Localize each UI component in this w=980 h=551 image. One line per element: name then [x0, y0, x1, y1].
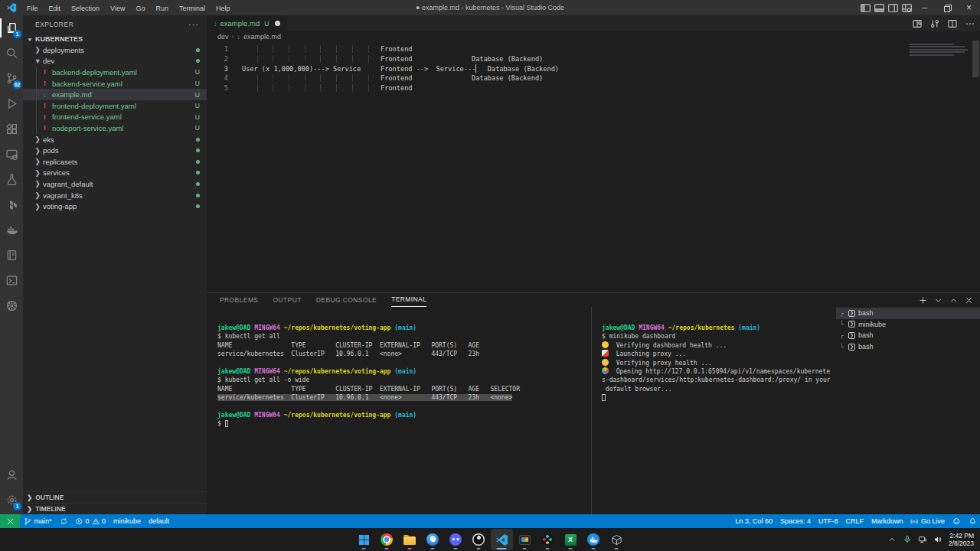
menu-view[interactable]: View [105, 5, 130, 12]
status-sync[interactable] [56, 514, 72, 528]
terminal-tab-bash[interactable]: ┌❯bash [836, 330, 980, 341]
tree-item-dev[interactable]: ▼dev [23, 56, 207, 67]
editor-scrollbar[interactable] [972, 41, 979, 77]
layout-customize-icon[interactable] [900, 0, 913, 15]
tree-item-voting-app[interactable]: ❯voting-app [23, 201, 207, 212]
tree-item-backend-service-yaml[interactable]: !backend-service.yamlU [23, 78, 207, 90]
activity-explorer-icon[interactable]: 1 [0, 15, 23, 41]
status-git-branch[interactable]: main* [20, 514, 56, 528]
split-editor-icon[interactable] [947, 18, 958, 29]
status-cursor-position[interactable]: Ln 3, Col 60 [731, 514, 776, 528]
taskbar-obs-studio-icon[interactable] [468, 529, 490, 550]
tray-chevron-up-icon[interactable] [887, 535, 897, 544]
terminal-pane-right[interactable]: jakew@DAD MINGW64 ~/repos/kubernetes (ma… [591, 307, 836, 514]
tree-item-nodeport-service-yaml[interactable]: !nodeport-service.yamlU [23, 122, 207, 134]
taskbar-3d-viewer-icon[interactable] [606, 529, 628, 550]
tree-item-backend-deployment-yaml[interactable]: !backend-deployment.yamlU [23, 67, 207, 78]
tray-volume-icon[interactable] [933, 535, 942, 544]
status-go-live[interactable]: Go Live [906, 514, 949, 528]
taskbar-slack-icon[interactable] [537, 529, 559, 550]
menu-selection[interactable]: Selection [66, 5, 105, 12]
menu-go[interactable]: Go [130, 5, 150, 12]
open-changes-icon[interactable] [929, 18, 940, 29]
tree-item-frontend-deployment-yaml[interactable]: !frontend-deployment.yamlU [23, 100, 207, 112]
taskbar-screen-tool-icon[interactable] [514, 529, 536, 550]
status-encoding[interactable]: UTF-8 [815, 514, 842, 528]
more-actions-icon[interactable] [965, 18, 975, 29]
panel-tab-terminal[interactable]: TERMINAL [391, 293, 426, 307]
activity-extensions-icon[interactable] [0, 116, 23, 142]
panel-tab-debug-console[interactable]: DEBUG CONSOLE [316, 294, 377, 307]
minimap[interactable] [910, 44, 969, 82]
layout-sidebar-icon[interactable] [858, 0, 872, 15]
close-button[interactable]: × [958, 0, 980, 15]
terminal-tab-bash[interactable]: └❯bash [836, 341, 980, 353]
taskbar-vscode-icon[interactable] [491, 529, 513, 550]
activity-kubernetes-icon[interactable] [0, 293, 23, 318]
activity-terminal-icon[interactable] [0, 268, 23, 293]
terminal-tab-bash[interactable]: ┌❯bash [836, 308, 980, 319]
activity-account-icon[interactable] [0, 462, 23, 487]
tree-item-pods[interactable]: ❯pods [23, 145, 207, 156]
taskbar-excel-icon[interactable]: X [560, 529, 582, 550]
tree-item-replicasets[interactable]: ❯replicasets [23, 156, 207, 168]
status-eol[interactable]: CRLF [841, 514, 867, 528]
taskbar-chrome-icon[interactable] [376, 529, 398, 550]
section-outline[interactable]: ❯OUTLINE [23, 491, 207, 503]
breadcrumb-file[interactable]: example.md [243, 33, 281, 41]
menu-help[interactable]: Help [211, 5, 236, 12]
panel-close-icon[interactable] [964, 295, 974, 305]
workspace-section-header[interactable]: ▼ KUBERNETES [23, 34, 207, 44]
tree-item-eks[interactable]: ❯eks [23, 134, 207, 145]
activity-notebook-icon[interactable] [0, 243, 23, 268]
menu-edit[interactable]: Edit [44, 5, 67, 12]
terminal-tab-minikube[interactable]: └❯minikube [836, 319, 980, 331]
taskbar-docker-icon[interactable] [583, 529, 605, 550]
code-line-5[interactable]: 5 Frontend [207, 83, 980, 93]
panel-chevron-up-icon[interactable] [949, 295, 959, 305]
minimize-button[interactable]: ─ [913, 0, 936, 15]
activity-terraform-icon[interactable] [0, 192, 23, 217]
unsaved-dot-icon[interactable] [275, 21, 280, 26]
breadcrumb-folder[interactable]: dev [217, 33, 229, 41]
code-line-3[interactable]: 3User (x 1,000,000)---> Service Frontend… [207, 64, 980, 74]
layout-secondary-sidebar-icon[interactable] [886, 0, 900, 15]
tray-network-icon[interactable] [918, 535, 927, 544]
code-line-1[interactable]: 1 Frontend [207, 44, 980, 54]
tree-item-example-md[interactable]: ↓example.mdU [23, 89, 207, 100]
section-timeline[interactable]: ❯TIMELINE [23, 503, 207, 514]
remote-indicator[interactable] [0, 514, 20, 528]
panel-plus-icon[interactable] [918, 295, 928, 305]
markdown-preview-icon[interactable] [912, 18, 923, 29]
taskbar-clock[interactable]: 2:42 PM 2/8/2023 [949, 532, 974, 547]
status-indentation[interactable]: Spaces: 4 [776, 514, 815, 528]
code-line-4[interactable]: 4 Frontend Database (Backend) [207, 73, 980, 83]
menu-file[interactable]: File [21, 5, 44, 12]
layout-panel-icon[interactable] [872, 0, 886, 15]
code-editor[interactable]: 1 Frontend2 Frontend Database (Backend)3… [207, 44, 980, 292]
tree-item-services[interactable]: ❯services [23, 168, 207, 179]
activity-run-debug-icon[interactable] [0, 91, 23, 116]
activity-source-control-icon[interactable]: 62 [0, 66, 23, 91]
taskbar-discord-icon[interactable] [445, 529, 467, 550]
tree-item-deployments[interactable]: ❯deployments [23, 44, 207, 56]
status-language-mode[interactable]: Markdown [867, 514, 907, 528]
status-problems[interactable]: 00 [71, 514, 109, 528]
activity-docker-icon[interactable] [0, 217, 23, 243]
status-kubernetes-context[interactable]: minikube [109, 514, 145, 528]
panel-tab-output[interactable]: OUTPUT [273, 294, 301, 307]
taskbar-file-explorer-icon[interactable] [399, 529, 421, 550]
panel-chevron-down-icon[interactable] [933, 295, 943, 305]
tree-item-vagrant-k8s[interactable]: ❯vagrant_k8s [23, 190, 207, 201]
activity-settings-icon[interactable]: 1 [0, 487, 23, 513]
code-line-2[interactable]: 2 Frontend Database (Backend) [207, 54, 980, 64]
taskbar-start-icon[interactable] [353, 529, 375, 550]
activity-search-icon[interactable] [0, 41, 23, 66]
tree-item-frontend-service-yaml[interactable]: !frontend-service.yamlU [23, 112, 207, 123]
status-feedback[interactable] [949, 514, 965, 528]
tree-item-vagrant-default[interactable]: ❯vagrant_default [23, 178, 207, 190]
activity-remote-explorer-icon[interactable] [0, 142, 23, 167]
status-kubernetes-namespace[interactable]: default [145, 514, 173, 528]
menu-terminal[interactable]: Terminal [174, 5, 211, 12]
panel-tab-problems[interactable]: PROBLEMS [220, 294, 258, 307]
